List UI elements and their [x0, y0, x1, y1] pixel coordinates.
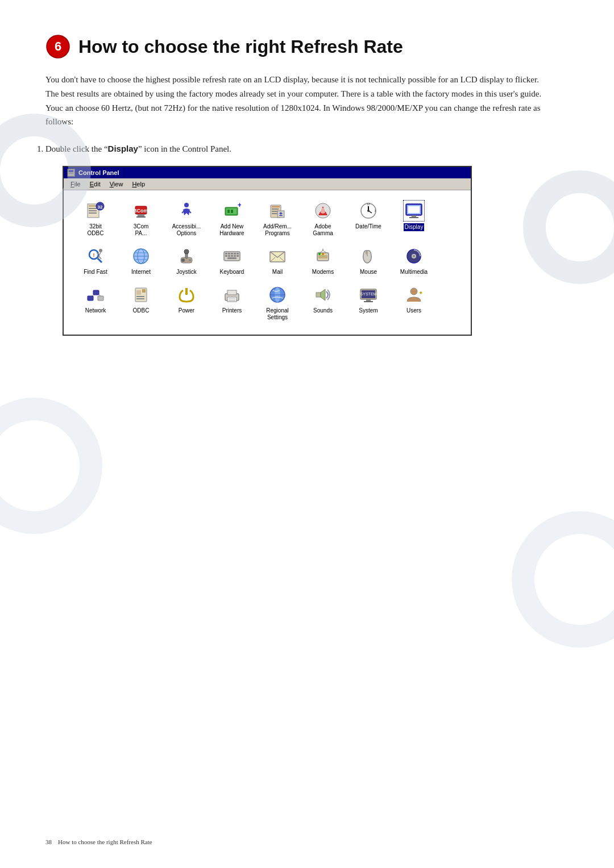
printers-label: Printers: [222, 307, 242, 314]
svg-text:!: !: [93, 252, 95, 258]
cp-icon-add-remove-programs[interactable]: ± Add/Rem...Programs: [255, 196, 300, 241]
instruction-item-1: Double click the “Display” icon in the C…: [45, 143, 569, 156]
svg-point-114: [410, 288, 417, 295]
svg-rect-69: [228, 255, 230, 257]
cp-title-bar: Control Panel: [64, 167, 471, 178]
cp-icon-network[interactable]: Network: [73, 280, 118, 326]
internet-icon: [131, 246, 151, 266]
3com-label: 3ComPA...: [134, 223, 149, 237]
svg-rect-98: [142, 289, 146, 293]
svg-rect-112: [364, 301, 373, 302]
cp-icon-add-new-hardware[interactable]: + Add NewHardware: [209, 196, 255, 241]
page-container: 6 How to choose the right Refresh Rate Y…: [0, 0, 614, 381]
cp-icon-modems[interactable]: Modems: [300, 241, 346, 280]
cp-icon-system[interactable]: SYSTEM System: [346, 280, 391, 326]
multimedia-icon: [404, 246, 424, 266]
chapter-icon: 6: [45, 34, 70, 59]
svg-rect-66: [234, 253, 236, 254]
modems-icon: [313, 246, 333, 266]
internet-label: Internet: [131, 269, 151, 276]
cp-icon-3com[interactable]: 3Com 3ComPA...: [118, 196, 164, 241]
32bit-odbc-icon: 32: [85, 201, 106, 221]
svg-point-80: [322, 253, 324, 255]
cp-icon-grid: 32 32bitODBC 3Com 3ComPA...: [73, 196, 462, 326]
cp-icon-adobe-gamma[interactable]: AdobeGamma: [300, 196, 346, 241]
svg-rect-25: [272, 206, 280, 207]
svg-text:+: +: [238, 202, 241, 209]
svg-point-59: [184, 249, 189, 254]
svg-rect-95: [136, 290, 141, 295]
footer-page-number: 38: [45, 838, 52, 845]
32bit-odbc-label: 32bitODBC: [88, 223, 104, 237]
cp-icon-multimedia[interactable]: Multimedia: [391, 241, 437, 280]
page-title: How to choose the right Refresh Rate: [78, 36, 403, 57]
sounds-label: Sounds: [313, 307, 333, 314]
menu-edit[interactable]: Edit: [85, 180, 105, 189]
cp-icon-find-fast[interactable]: ! Find Fast: [73, 241, 118, 280]
date-time-label: Date/Time: [355, 223, 381, 230]
svg-line-92: [90, 295, 96, 296]
svg-point-32: [320, 208, 326, 214]
menu-file[interactable]: File: [66, 180, 85, 189]
cp-icon-regional-settings[interactable]: RegionalSettings: [255, 280, 300, 326]
cp-icon-accessibility[interactable]: Accessibi...Options: [164, 196, 209, 241]
svg-rect-97: [136, 298, 144, 299]
svg-rect-102: [229, 298, 235, 299]
odbc-label: ODBC: [133, 307, 150, 314]
svg-rect-103: [229, 300, 235, 301]
svg-rect-4: [69, 170, 74, 172]
cp-icon-odbc[interactable]: ODBC: [118, 280, 164, 326]
keyboard-label: Keyboard: [220, 269, 244, 276]
svg-rect-3: [69, 172, 74, 174]
date-time-icon: 12 3: [358, 201, 379, 221]
add-remove-programs-icon: ±: [267, 201, 288, 221]
svg-rect-8: [89, 210, 97, 211]
svg-rect-15: [136, 216, 146, 218]
page-footer: 38 How to choose the right Refresh Rate: [45, 838, 152, 845]
cp-icon-display[interactable]: Display: [391, 196, 437, 241]
accessibility-icon: [176, 201, 197, 221]
svg-marker-108: [321, 289, 325, 301]
watermark-decoration-right2: [512, 511, 614, 648]
cp-icon-mail[interactable]: Mail: [255, 241, 300, 280]
svg-rect-100: [227, 290, 237, 295]
svg-point-88: [413, 255, 415, 257]
menu-view[interactable]: View: [105, 180, 128, 189]
odbc-icon: [131, 285, 151, 305]
svg-text:12: 12: [367, 202, 370, 206]
svg-rect-63: [225, 253, 227, 254]
cp-icon-printers[interactable]: Printers: [209, 280, 255, 326]
svg-text:±: ±: [279, 211, 283, 217]
svg-rect-43: [408, 206, 420, 213]
mail-label: Mail: [272, 269, 283, 276]
keyboard-icon: [222, 246, 242, 266]
cp-icon-mouse[interactable]: Mouse: [346, 241, 391, 280]
joystick-icon: [176, 246, 197, 266]
cp-icon-internet[interactable]: Internet: [118, 241, 164, 280]
network-icon: [85, 285, 106, 305]
svg-rect-64: [228, 253, 230, 254]
svg-rect-26: [272, 208, 279, 210]
svg-rect-91: [98, 296, 103, 301]
svg-rect-72: [237, 255, 239, 257]
svg-rect-73: [227, 257, 237, 259]
svg-text:32: 32: [98, 205, 103, 210]
printers-icon: [222, 285, 242, 305]
svg-text:✦: ✦: [418, 290, 423, 296]
control-panel-window: Control Panel File Edit View Help: [63, 166, 472, 336]
mouse-label: Mouse: [360, 269, 377, 276]
cp-icon-sounds[interactable]: Sounds: [300, 280, 346, 326]
svg-rect-9: [89, 212, 97, 214]
cp-icon-joystick[interactable]: Joystick: [164, 241, 209, 280]
cp-icon-keyboard[interactable]: Keyboard: [209, 241, 255, 280]
page-header: 6 How to choose the right Refresh Rate: [45, 34, 569, 59]
svg-rect-67: [237, 253, 239, 254]
cp-icon-32bit-odbc[interactable]: 32 32bitODBC: [73, 196, 118, 241]
cp-icon-users[interactable]: ✦ Users: [391, 280, 437, 326]
cp-icon-date-time[interactable]: 12 3 Date/Time: [346, 196, 391, 241]
regional-settings-label: RegionalSettings: [266, 307, 288, 321]
menu-help[interactable]: Help: [127, 180, 150, 189]
body-text: You don't have to choose the highest pos…: [45, 73, 546, 129]
display-keyword: Display: [108, 144, 138, 153]
cp-icon-power[interactable]: Power: [164, 280, 209, 326]
